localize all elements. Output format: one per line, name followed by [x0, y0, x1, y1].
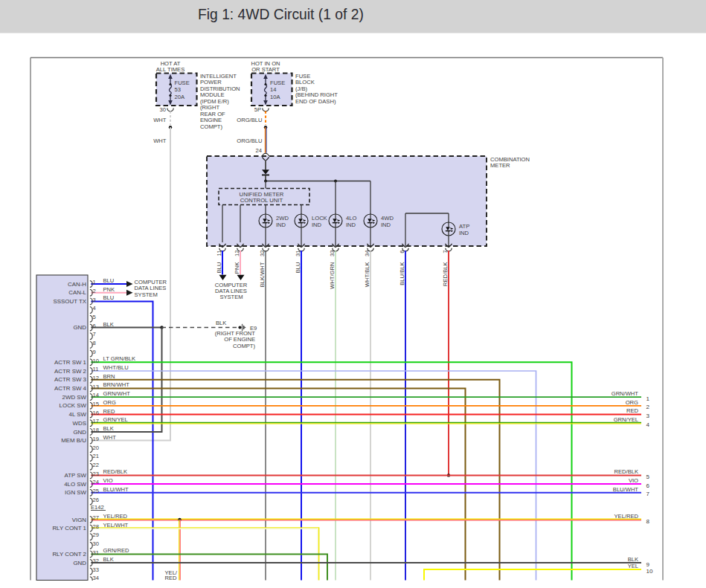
svg-text:5: 5: [646, 474, 650, 480]
svg-text:ORG: ORG: [103, 399, 116, 406]
svg-text:15: 15: [93, 401, 99, 407]
svg-text:4: 4: [93, 305, 96, 311]
svg-text:24: 24: [256, 147, 262, 154]
svg-text:WHT: WHT: [153, 138, 167, 144]
svg-text:RED/BLK: RED/BLK: [442, 262, 449, 287]
svg-text:BRN: BRN: [103, 373, 115, 380]
svg-text:4WD: 4WD: [381, 215, 394, 222]
svg-text:FUSE: FUSE: [270, 80, 285, 86]
svg-text:19: 19: [93, 436, 99, 442]
svg-text:IND: IND: [276, 222, 286, 228]
svg-text:4LO SW: 4LO SW: [64, 481, 86, 488]
svg-text:ACTR SW 2: ACTR SW 2: [54, 368, 86, 375]
svg-text:LOCK SW: LOCK SW: [60, 402, 87, 409]
svg-text:BLU/BLK: BLU/BLK: [399, 262, 405, 285]
svg-text:RED/BLK: RED/BLK: [614, 468, 639, 475]
svg-text:WHT/GRN: WHT/GRN: [329, 262, 336, 289]
svg-text:26: 26: [93, 497, 99, 503]
svg-text:COMPT): COMPT): [233, 343, 255, 349]
svg-text:GND: GND: [73, 429, 86, 436]
svg-text:RLY CONT 2: RLY CONT 2: [52, 551, 86, 558]
svg-text:ATP SW: ATP SW: [64, 472, 86, 479]
svg-text:PNK: PNK: [103, 286, 115, 293]
svg-text:BLU: BLU: [103, 277, 115, 284]
svg-text:GRN/YEL: GRN/YEL: [103, 416, 128, 423]
svg-text:12: 12: [93, 375, 99, 381]
svg-text:11: 11: [93, 366, 99, 372]
svg-text:BLU: BLU: [216, 262, 222, 274]
svg-text:ALL TIMES: ALL TIMES: [156, 66, 184, 73]
svg-text:VIGN: VIGN: [72, 517, 87, 523]
svg-text:WHT/BLU: WHT/BLU: [103, 364, 129, 371]
svg-text:5P: 5P: [254, 106, 261, 113]
svg-text:2: 2: [646, 404, 650, 410]
svg-text:ACTR SW 1: ACTR SW 1: [54, 359, 86, 366]
svg-text:RLY CONT 1: RLY CONT 1: [52, 525, 86, 532]
svg-text:BLK: BLK: [628, 556, 638, 563]
svg-text:METER: METER: [490, 162, 510, 169]
svg-text:SYSTEM: SYSTEM: [135, 291, 158, 298]
svg-text:MEM B/U: MEM B/U: [61, 437, 86, 444]
svg-text:9: 9: [93, 349, 96, 355]
svg-text:BLU/WHT: BLU/WHT: [613, 486, 639, 493]
svg-text:VIO: VIO: [629, 477, 638, 484]
svg-text:9: 9: [646, 561, 650, 568]
svg-text:17: 17: [93, 418, 99, 424]
svg-text:ORG: ORG: [626, 399, 638, 406]
svg-text:END OF DASH): END OF DASH): [295, 98, 336, 105]
svg-text:34: 34: [364, 251, 370, 256]
svg-text:30: 30: [93, 540, 99, 547]
svg-text:IGN SW: IGN SW: [65, 489, 86, 496]
svg-text:BLK: BLK: [103, 425, 114, 432]
svg-text:ACTR SW 4: ACTR SW 4: [54, 385, 87, 392]
svg-text:FUSE: FUSE: [175, 80, 190, 86]
svg-text:WHT/BLK: WHT/BLK: [364, 262, 370, 288]
svg-text:23: 23: [93, 471, 99, 477]
svg-text:14: 14: [270, 86, 276, 93]
svg-text:7: 7: [646, 491, 650, 497]
svg-text:BLU: BLU: [295, 262, 301, 274]
svg-text:53: 53: [175, 86, 181, 93]
svg-text:3: 3: [646, 413, 650, 419]
svg-text:LOCK: LOCK: [312, 215, 327, 222]
svg-text:BLU: BLU: [103, 294, 115, 301]
svg-text:3: 3: [93, 297, 96, 303]
svg-text:25: 25: [93, 488, 99, 494]
svg-text:BRN/WHT: BRN/WHT: [103, 381, 130, 388]
svg-text:Fig 1: 4WD Circuit (1 of 2): Fig 1: 4WD Circuit (1 of 2): [198, 7, 364, 22]
svg-text:GND: GND: [73, 324, 86, 331]
svg-text:4: 4: [646, 421, 650, 428]
svg-text:IND: IND: [312, 222, 322, 228]
svg-text:GND: GND: [73, 560, 86, 566]
svg-text:5: 5: [93, 314, 96, 320]
svg-text:BLU/WHT: BLU/WHT: [103, 486, 129, 493]
svg-text:ORG/BLU: ORG/BLU: [237, 117, 262, 123]
svg-text:4LO: 4LO: [346, 215, 356, 222]
svg-text:24: 24: [93, 479, 99, 485]
svg-text:GRN/WHT: GRN/WHT: [103, 390, 131, 397]
svg-text:29: 29: [93, 532, 99, 538]
svg-text:WDS: WDS: [73, 420, 86, 427]
svg-text:UNIFIED METER: UNIFIED METER: [240, 191, 284, 198]
svg-text:GRN/YEL: GRN/YEL: [614, 416, 638, 423]
svg-text:E142: E142: [91, 504, 104, 511]
svg-text:14: 14: [93, 392, 99, 398]
svg-text:33: 33: [93, 566, 99, 573]
svg-text:10: 10: [93, 358, 99, 364]
svg-text:YEL/RED: YEL/RED: [614, 513, 639, 520]
svg-text:ACTR SW 3: ACTR SW 3: [54, 376, 87, 383]
svg-text:27: 27: [93, 514, 99, 521]
svg-text:7: 7: [93, 331, 96, 337]
svg-text:21: 21: [93, 453, 99, 459]
svg-text:YEL: YEL: [628, 563, 638, 569]
svg-text:20: 20: [93, 445, 99, 451]
svg-text:22: 22: [93, 462, 99, 468]
svg-text:13: 13: [93, 384, 99, 390]
svg-text:CAN-H: CAN-H: [68, 281, 86, 288]
svg-text:BLK: BLK: [103, 321, 114, 328]
svg-text:IND: IND: [381, 222, 391, 228]
svg-text:ORG/BLU: ORG/BLU: [237, 138, 262, 144]
svg-text:RED: RED: [626, 407, 639, 414]
svg-text:2WD SW: 2WD SW: [62, 394, 87, 401]
svg-text:RED/BLK: RED/BLK: [103, 468, 128, 475]
